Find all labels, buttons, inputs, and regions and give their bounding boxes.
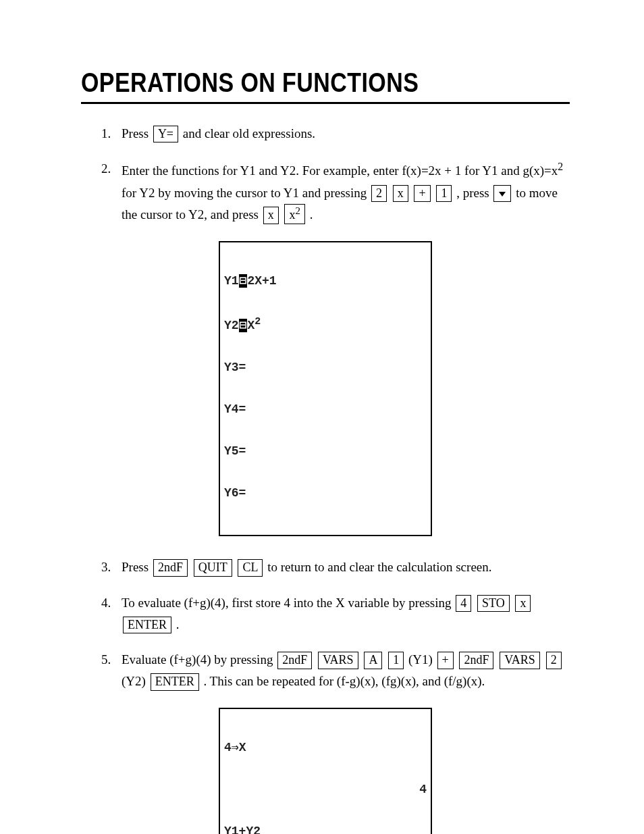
key-quit: QUIT <box>194 559 232 576</box>
step-1: 1. Press Y= and clear old expressions. <box>101 123 570 145</box>
key-2: 2 <box>371 185 387 202</box>
text: and clear old expressions. <box>183 126 315 140</box>
key-x-squared: x2 <box>284 204 305 224</box>
key-x: x <box>515 595 531 612</box>
key-plus: + <box>437 652 454 669</box>
step-2: 2. Enter the functions for Y1 and Y2. Fo… <box>101 158 570 226</box>
step-num: 4. <box>101 592 122 636</box>
key-enter: ENTER <box>151 673 199 690</box>
page-title: OPERATIONS ON FUNCTIONS <box>81 68 496 98</box>
key-1: 1 <box>388 652 404 669</box>
key-vars: VARS <box>318 652 358 669</box>
superscript: 2 <box>558 161 563 172</box>
key-2ndf: 2ndF <box>153 559 188 576</box>
text: Press <box>122 126 152 140</box>
key-sto: STO <box>477 595 510 612</box>
text: To evaluate (f+g)(4), first store 4 into… <box>122 596 454 610</box>
step-num: 3. <box>101 556 122 578</box>
step-num: 2. <box>101 158 122 226</box>
text: Press <box>122 560 152 574</box>
text: to return to and clear the calculation s… <box>267 560 491 574</box>
step-num: 1. <box>101 123 122 145</box>
key-x: x <box>263 207 279 224</box>
step-4: 4. To evaluate (f+g)(4), first store 4 i… <box>101 592 570 636</box>
calculator-screen-2: 4⇒X 4 Y1+Y2 25 <box>219 708 432 834</box>
text: . This can be repeated for (f-g)(x), (fg… <box>203 674 485 688</box>
key-2ndf: 2ndF <box>459 652 493 669</box>
calculator-screen-1: Y1⊟2X+1 Y2⊟X2 Y3= Y4= Y5= Y6= <box>219 241 432 537</box>
text: Enter the functions for Y1 and Y2. For e… <box>122 164 558 178</box>
key-enter: ENTER <box>123 617 171 633</box>
key-1: 1 <box>436 185 452 202</box>
svg-marker-0 <box>499 192 506 197</box>
step-3: 3. Press 2ndF QUIT CL to return to and c… <box>101 556 570 578</box>
step-5: 5. Evaluate (f+g)(4) by pressing 2ndF VA… <box>101 649 570 693</box>
key-y-equals: Y= <box>153 126 178 142</box>
key-4: 4 <box>456 595 471 612</box>
text: (Y2) <box>122 674 149 688</box>
key-arrow-down <box>493 185 511 202</box>
key-vars: VARS <box>500 652 540 669</box>
key-2: 2 <box>546 652 562 669</box>
text: . <box>310 207 313 221</box>
text: Evaluate (f+g)(4) by pressing <box>122 652 276 667</box>
key-cl: CL <box>238 559 263 576</box>
text: (Y1) <box>408 652 436 667</box>
key-x: x <box>393 185 408 202</box>
key-a: A <box>364 652 382 669</box>
text: . <box>176 617 180 631</box>
key-plus: + <box>414 185 430 202</box>
text: , press <box>456 186 492 200</box>
step-num: 5. <box>101 649 122 693</box>
text: for Y2 by moving the cursor to Y1 and pr… <box>122 186 370 200</box>
key-2ndf: 2ndF <box>277 652 312 669</box>
title-rule <box>81 102 570 104</box>
